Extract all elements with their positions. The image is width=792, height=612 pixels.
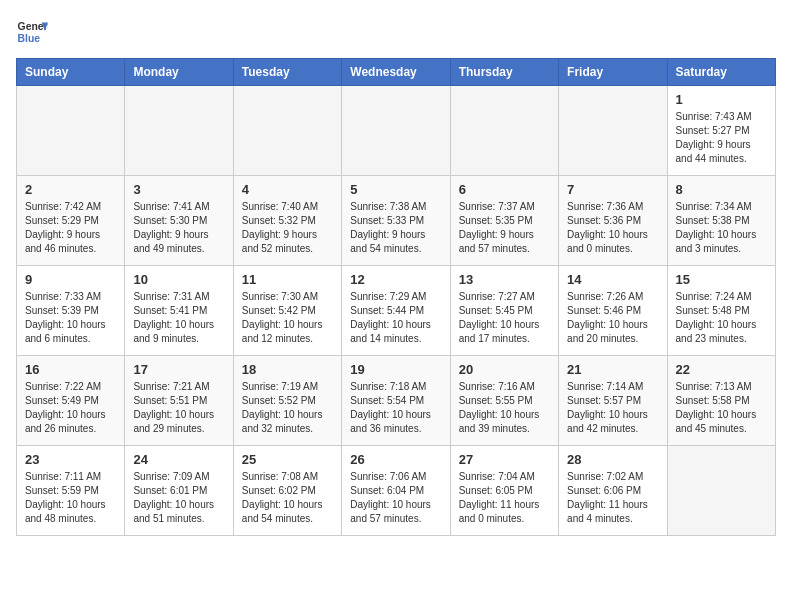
day-number: 8 [676,182,767,197]
weekday-header: Tuesday [233,59,341,86]
day-number: 10 [133,272,224,287]
calendar-cell: 13Sunrise: 7:27 AM Sunset: 5:45 PM Dayli… [450,266,558,356]
weekday-header: Thursday [450,59,558,86]
calendar-cell: 17Sunrise: 7:21 AM Sunset: 5:51 PM Dayli… [125,356,233,446]
day-number: 4 [242,182,333,197]
calendar-cell: 16Sunrise: 7:22 AM Sunset: 5:49 PM Dayli… [17,356,125,446]
calendar-cell: 9Sunrise: 7:33 AM Sunset: 5:39 PM Daylig… [17,266,125,356]
day-number: 25 [242,452,333,467]
calendar-cell: 7Sunrise: 7:36 AM Sunset: 5:36 PM Daylig… [559,176,667,266]
day-info: Sunrise: 7:40 AM Sunset: 5:32 PM Dayligh… [242,200,333,256]
day-number: 13 [459,272,550,287]
day-number: 15 [676,272,767,287]
day-info: Sunrise: 7:02 AM Sunset: 6:06 PM Dayligh… [567,470,658,526]
calendar-cell: 14Sunrise: 7:26 AM Sunset: 5:46 PM Dayli… [559,266,667,356]
calendar-cell: 25Sunrise: 7:08 AM Sunset: 6:02 PM Dayli… [233,446,341,536]
day-info: Sunrise: 7:43 AM Sunset: 5:27 PM Dayligh… [676,110,767,166]
day-number: 6 [459,182,550,197]
day-info: Sunrise: 7:09 AM Sunset: 6:01 PM Dayligh… [133,470,224,526]
day-info: Sunrise: 7:19 AM Sunset: 5:52 PM Dayligh… [242,380,333,436]
calendar-cell: 8Sunrise: 7:34 AM Sunset: 5:38 PM Daylig… [667,176,775,266]
day-info: Sunrise: 7:18 AM Sunset: 5:54 PM Dayligh… [350,380,441,436]
calendar-cell [450,86,558,176]
calendar-cell [17,86,125,176]
calendar-cell: 27Sunrise: 7:04 AM Sunset: 6:05 PM Dayli… [450,446,558,536]
day-number: 23 [25,452,116,467]
day-info: Sunrise: 7:37 AM Sunset: 5:35 PM Dayligh… [459,200,550,256]
day-info: Sunrise: 7:34 AM Sunset: 5:38 PM Dayligh… [676,200,767,256]
calendar-table: SundayMondayTuesdayWednesdayThursdayFrid… [16,58,776,536]
day-info: Sunrise: 7:21 AM Sunset: 5:51 PM Dayligh… [133,380,224,436]
day-number: 22 [676,362,767,377]
day-number: 7 [567,182,658,197]
calendar-cell: 2Sunrise: 7:42 AM Sunset: 5:29 PM Daylig… [17,176,125,266]
calendar-cell: 15Sunrise: 7:24 AM Sunset: 5:48 PM Dayli… [667,266,775,356]
day-number: 11 [242,272,333,287]
weekday-header: Sunday [17,59,125,86]
day-number: 5 [350,182,441,197]
day-number: 9 [25,272,116,287]
day-info: Sunrise: 7:41 AM Sunset: 5:30 PM Dayligh… [133,200,224,256]
day-info: Sunrise: 7:16 AM Sunset: 5:55 PM Dayligh… [459,380,550,436]
day-info: Sunrise: 7:26 AM Sunset: 5:46 PM Dayligh… [567,290,658,346]
page-header: General Blue [16,16,776,48]
calendar-cell: 12Sunrise: 7:29 AM Sunset: 5:44 PM Dayli… [342,266,450,356]
day-info: Sunrise: 7:13 AM Sunset: 5:58 PM Dayligh… [676,380,767,436]
day-number: 24 [133,452,224,467]
day-number: 16 [25,362,116,377]
calendar-cell: 22Sunrise: 7:13 AM Sunset: 5:58 PM Dayli… [667,356,775,446]
weekday-header: Saturday [667,59,775,86]
calendar-cell: 3Sunrise: 7:41 AM Sunset: 5:30 PM Daylig… [125,176,233,266]
day-info: Sunrise: 7:04 AM Sunset: 6:05 PM Dayligh… [459,470,550,526]
calendar-cell: 26Sunrise: 7:06 AM Sunset: 6:04 PM Dayli… [342,446,450,536]
weekday-header: Friday [559,59,667,86]
day-info: Sunrise: 7:22 AM Sunset: 5:49 PM Dayligh… [25,380,116,436]
day-info: Sunrise: 7:31 AM Sunset: 5:41 PM Dayligh… [133,290,224,346]
calendar-cell [559,86,667,176]
day-number: 26 [350,452,441,467]
calendar-cell: 18Sunrise: 7:19 AM Sunset: 5:52 PM Dayli… [233,356,341,446]
calendar-cell: 1Sunrise: 7:43 AM Sunset: 5:27 PM Daylig… [667,86,775,176]
day-number: 2 [25,182,116,197]
calendar-week-row: 9Sunrise: 7:33 AM Sunset: 5:39 PM Daylig… [17,266,776,356]
day-number: 14 [567,272,658,287]
weekday-header: Wednesday [342,59,450,86]
day-number: 27 [459,452,550,467]
calendar-cell: 5Sunrise: 7:38 AM Sunset: 5:33 PM Daylig… [342,176,450,266]
calendar-week-row: 23Sunrise: 7:11 AM Sunset: 5:59 PM Dayli… [17,446,776,536]
day-number: 12 [350,272,441,287]
day-info: Sunrise: 7:29 AM Sunset: 5:44 PM Dayligh… [350,290,441,346]
day-info: Sunrise: 7:38 AM Sunset: 5:33 PM Dayligh… [350,200,441,256]
day-number: 17 [133,362,224,377]
calendar-cell [125,86,233,176]
day-info: Sunrise: 7:42 AM Sunset: 5:29 PM Dayligh… [25,200,116,256]
calendar-cell: 23Sunrise: 7:11 AM Sunset: 5:59 PM Dayli… [17,446,125,536]
day-number: 1 [676,92,767,107]
day-info: Sunrise: 7:14 AM Sunset: 5:57 PM Dayligh… [567,380,658,436]
calendar-week-row: 2Sunrise: 7:42 AM Sunset: 5:29 PM Daylig… [17,176,776,266]
calendar-cell: 6Sunrise: 7:37 AM Sunset: 5:35 PM Daylig… [450,176,558,266]
calendar-week-row: 1Sunrise: 7:43 AM Sunset: 5:27 PM Daylig… [17,86,776,176]
calendar-cell: 11Sunrise: 7:30 AM Sunset: 5:42 PM Dayli… [233,266,341,356]
weekday-header-row: SundayMondayTuesdayWednesdayThursdayFrid… [17,59,776,86]
day-info: Sunrise: 7:11 AM Sunset: 5:59 PM Dayligh… [25,470,116,526]
day-info: Sunrise: 7:33 AM Sunset: 5:39 PM Dayligh… [25,290,116,346]
calendar-cell [233,86,341,176]
day-number: 18 [242,362,333,377]
logo: General Blue [16,16,48,48]
day-number: 3 [133,182,224,197]
day-info: Sunrise: 7:24 AM Sunset: 5:48 PM Dayligh… [676,290,767,346]
weekday-header: Monday [125,59,233,86]
calendar-cell: 10Sunrise: 7:31 AM Sunset: 5:41 PM Dayli… [125,266,233,356]
calendar-cell [667,446,775,536]
day-info: Sunrise: 7:27 AM Sunset: 5:45 PM Dayligh… [459,290,550,346]
calendar-cell: 19Sunrise: 7:18 AM Sunset: 5:54 PM Dayli… [342,356,450,446]
calendar-cell: 21Sunrise: 7:14 AM Sunset: 5:57 PM Dayli… [559,356,667,446]
day-number: 28 [567,452,658,467]
day-info: Sunrise: 7:08 AM Sunset: 6:02 PM Dayligh… [242,470,333,526]
day-info: Sunrise: 7:36 AM Sunset: 5:36 PM Dayligh… [567,200,658,256]
day-info: Sunrise: 7:30 AM Sunset: 5:42 PM Dayligh… [242,290,333,346]
day-number: 19 [350,362,441,377]
day-number: 21 [567,362,658,377]
calendar-cell [342,86,450,176]
